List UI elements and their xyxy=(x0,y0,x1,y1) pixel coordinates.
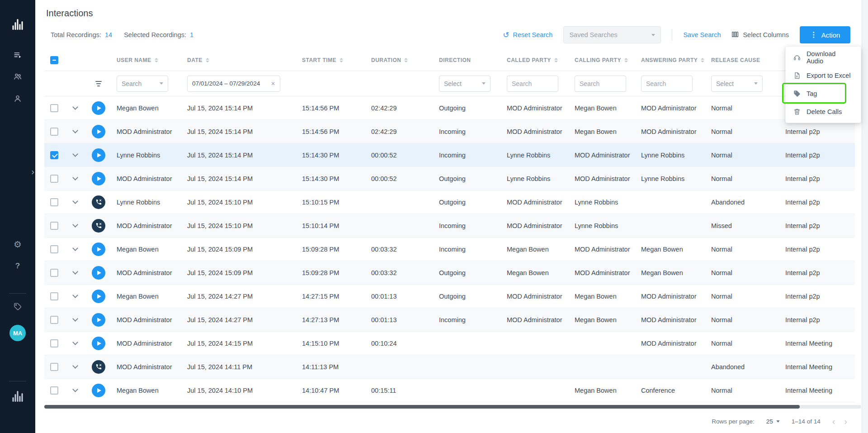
play-button[interactable] xyxy=(92,384,105,397)
table-row[interactable]: Megan BowenJul 15, 2024 15:14 PM15:14:56… xyxy=(44,96,855,120)
user-avatar[interactable]: MA xyxy=(9,325,26,341)
previous-page-button[interactable]: ‹ xyxy=(832,417,835,426)
settings-gear-icon[interactable]: ⚙ xyxy=(14,239,22,250)
horizontal-scrollbar[interactable] xyxy=(44,405,861,409)
menu-item-delete-calls[interactable]: Delete Calls xyxy=(786,103,861,121)
table-row[interactable]: Lynne RobbinsJul 15, 2024 15:10 PM15:10:… xyxy=(44,190,855,214)
sidebar-expand-chevron-icon[interactable]: › xyxy=(31,167,34,177)
table-row[interactable]: MOD AdministratorJul 15, 2024 15:09 PM15… xyxy=(44,261,855,285)
row-checkbox[interactable] xyxy=(50,222,58,230)
select-all-checkbox[interactable] xyxy=(50,56,58,64)
expand-row-chevron-icon[interactable] xyxy=(72,339,78,345)
expand-row-chevron-icon[interactable] xyxy=(72,198,78,204)
calling-party-filter[interactable] xyxy=(575,76,626,92)
table-row[interactable]: Megan BowenJul 15, 2024 14:27 PM14:27:15… xyxy=(44,285,855,308)
play-button[interactable] xyxy=(92,290,105,303)
sort-icon[interactable] xyxy=(404,58,408,62)
play-button[interactable] xyxy=(92,101,105,115)
row-checkbox[interactable] xyxy=(50,175,58,183)
expand-row-chevron-icon[interactable] xyxy=(72,363,78,369)
column-header-start[interactable]: START TIME xyxy=(297,49,366,71)
column-header-calling[interactable]: CALLING PARTY xyxy=(569,49,636,71)
sort-icon[interactable] xyxy=(340,58,343,62)
column-header-duration[interactable]: DURATION xyxy=(366,49,434,71)
expand-row-chevron-icon[interactable] xyxy=(72,292,78,298)
expand-row-chevron-icon[interactable] xyxy=(72,104,78,110)
row-checkbox[interactable] xyxy=(50,128,58,136)
sort-icon[interactable] xyxy=(554,58,558,62)
expand-row-chevron-icon[interactable] xyxy=(72,269,78,275)
play-button[interactable] xyxy=(92,337,105,350)
row-checkbox[interactable] xyxy=(50,316,58,324)
expand-row-chevron-icon[interactable] xyxy=(72,128,78,133)
page-scrollbar[interactable] xyxy=(862,0,868,433)
user-name-filter[interactable]: Search xyxy=(117,76,168,92)
column-header-called[interactable]: CALLED PARTY xyxy=(501,49,569,71)
column-header-user[interactable]: USER NAME xyxy=(111,49,182,71)
row-checkbox[interactable] xyxy=(50,386,58,395)
sidebar-item-interactions[interactable] xyxy=(13,51,22,62)
sort-icon[interactable] xyxy=(701,58,704,62)
release-cause-filter[interactable]: Select xyxy=(711,76,763,92)
expand-row-chevron-icon[interactable] xyxy=(72,245,78,251)
reset-search-button[interactable]: ↺ Reset Search xyxy=(503,31,552,39)
menu-item-export-to-excel[interactable]: Export to Excel xyxy=(786,67,861,85)
column-header-date[interactable]: DATE xyxy=(182,49,297,71)
rows-per-page-select[interactable]: 25 xyxy=(766,418,780,425)
save-search-button[interactable]: Save Search xyxy=(683,31,721,38)
row-checkbox[interactable] xyxy=(50,292,58,300)
date-range-filter[interactable]: 07/01/2024 – 07/29/2024✕ xyxy=(187,76,280,92)
play-button[interactable] xyxy=(92,148,105,162)
row-checkbox[interactable] xyxy=(50,245,58,253)
filter-icon[interactable] xyxy=(95,81,102,86)
called-party-filter[interactable] xyxy=(507,76,558,92)
next-page-button[interactable]: › xyxy=(844,417,847,426)
missed-call-icon[interactable] xyxy=(92,219,105,233)
expand-row-chevron-icon[interactable] xyxy=(72,151,78,157)
row-checkbox[interactable] xyxy=(50,269,58,277)
expand-row-chevron-icon[interactable] xyxy=(72,386,78,392)
table-row[interactable]: MOD AdministratorJul 15, 2024 14:11 PM14… xyxy=(44,355,855,379)
play-button[interactable] xyxy=(92,243,105,256)
table-row[interactable]: MOD AdministratorJul 15, 2024 14:27 PM14… xyxy=(44,308,855,332)
sort-icon[interactable] xyxy=(155,58,158,62)
menu-item-download-audio[interactable]: Download Audio xyxy=(786,48,861,67)
play-button[interactable] xyxy=(92,125,105,138)
play-button[interactable] xyxy=(92,172,105,186)
column-header-answering[interactable]: ANSWERING PARTY xyxy=(636,49,706,71)
row-checkbox[interactable] xyxy=(50,151,58,159)
clear-date-icon[interactable]: ✕ xyxy=(271,81,275,87)
row-checkbox[interactable] xyxy=(50,339,58,347)
answering-party-filter[interactable] xyxy=(641,76,693,92)
app-logo[interactable] xyxy=(13,18,23,30)
sidebar-item-users[interactable] xyxy=(13,94,22,105)
row-checkbox[interactable] xyxy=(50,363,58,371)
table-row[interactable]: MOD AdministratorJul 15, 2024 15:10 PM15… xyxy=(44,214,855,238)
expand-row-chevron-icon[interactable] xyxy=(72,316,78,322)
row-checkbox[interactable] xyxy=(50,104,58,112)
tags-icon[interactable] xyxy=(14,302,22,311)
table-row[interactable]: MOD AdministratorJul 15, 2024 15:14 PM15… xyxy=(44,120,855,143)
select-columns-button[interactable]: Select Columns xyxy=(731,31,789,39)
table-row[interactable]: MOD AdministratorJul 15, 2024 14:15 PM14… xyxy=(44,332,855,355)
table-row[interactable]: Megan BowenJul 15, 2024 15:09 PM15:09:28… xyxy=(44,238,855,261)
table-row[interactable]: Megan BowenJul 15, 2024 14:10 PM14:10:47… xyxy=(44,379,855,402)
action-button[interactable]: ⋮ Action xyxy=(800,26,850,43)
row-checkbox[interactable] xyxy=(50,198,58,206)
help-icon[interactable]: ? xyxy=(15,262,20,271)
menu-item-tag[interactable]: Tag xyxy=(786,85,861,103)
horizontal-scrollbar-thumb[interactable] xyxy=(44,405,800,409)
missed-call-icon[interactable] xyxy=(92,195,105,209)
direction-filter[interactable]: Select xyxy=(439,76,491,92)
sort-icon[interactable] xyxy=(206,58,209,62)
sort-icon[interactable] xyxy=(624,58,628,62)
play-button[interactable] xyxy=(92,313,105,327)
expand-row-chevron-icon[interactable] xyxy=(72,222,78,228)
play-button[interactable] xyxy=(92,266,105,280)
expand-row-chevron-icon[interactable] xyxy=(72,175,78,181)
table-row[interactable]: MOD AdministratorJul 15, 2024 15:14 PM15… xyxy=(44,167,855,190)
saved-searches-select[interactable]: Saved Searches xyxy=(563,26,661,43)
missed-call-icon[interactable] xyxy=(92,360,105,374)
table-row[interactable]: Lynne RobbinsJul 15, 2024 15:14 PM15:14:… xyxy=(44,143,855,167)
sidebar-item-teams[interactable] xyxy=(13,72,22,83)
